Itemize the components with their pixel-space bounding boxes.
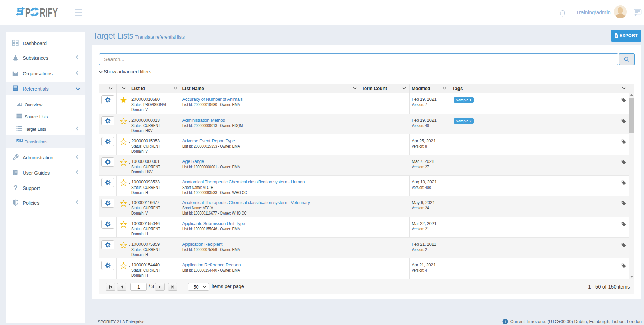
svg-text:P: P: [25, 7, 31, 18]
svg-text:RIFY: RIFY: [40, 7, 58, 18]
svg-text:A: A: [17, 139, 19, 142]
